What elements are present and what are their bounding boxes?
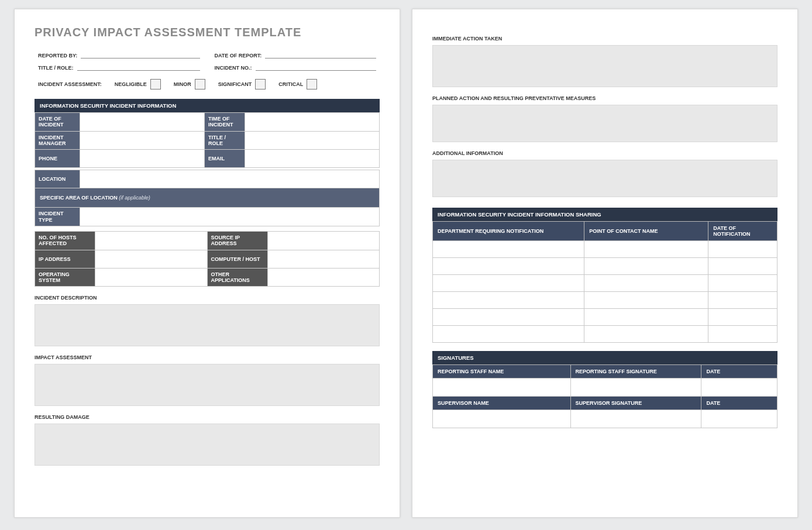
sharing-col1: DEPARTMENT REQUIRING NOTIFICATION xyxy=(433,222,584,241)
os-input[interactable] xyxy=(95,268,208,287)
header-row-2: TITLE / ROLE: INCIDENT NO.: xyxy=(35,62,380,71)
os-label: OPERATING SYSTEM xyxy=(35,268,95,287)
immediate-action-input[interactable] xyxy=(432,45,777,87)
location-table: LOCATION SPECIFIC AREA OF LOCATION (if a… xyxy=(35,170,380,226)
sharing-col2: POINT OF CONTACT NAME xyxy=(584,222,708,241)
significant-option: SIGNIFICANT xyxy=(218,79,266,90)
negligible-label: NEGLIGIBLE xyxy=(115,81,147,87)
table-row xyxy=(433,241,777,258)
incident-type-input[interactable] xyxy=(80,208,380,226)
resulting-damage-label: RESULTING DAMAGE xyxy=(35,414,380,420)
other-apps-input[interactable] xyxy=(267,268,380,287)
critical-label: CRITICAL xyxy=(278,81,303,87)
title-role-input[interactable] xyxy=(77,62,200,71)
minor-option: MINOR xyxy=(174,79,205,90)
reporting-name-header: REPORTING STAFF NAME xyxy=(433,365,571,378)
incident-description-input[interactable] xyxy=(35,304,380,346)
page-2: IMMEDIATE ACTION TAKEN PLANNED ACTION AN… xyxy=(412,9,798,518)
additional-info-label: ADDITIONAL INFORMATION xyxy=(432,150,777,156)
hosts-affected-input[interactable] xyxy=(95,232,208,250)
source-ip-input[interactable] xyxy=(267,232,380,250)
computer-host-label: COMPUTER / HOST xyxy=(207,250,267,268)
email-label: EMAIL xyxy=(205,150,245,168)
negligible-checkbox[interactable] xyxy=(150,79,161,90)
reporting-row xyxy=(433,378,777,397)
table-row xyxy=(433,309,777,326)
incident-no-input[interactable] xyxy=(256,62,377,71)
supervisor-row xyxy=(433,410,777,428)
date-header-1: DATE xyxy=(701,365,777,378)
impact-assessment-label: IMPACT ASSESSMENT xyxy=(35,355,380,360)
ip-address-label: IP ADDRESS xyxy=(35,250,95,268)
table-row xyxy=(433,275,777,292)
date-of-incident-input[interactable] xyxy=(80,113,205,132)
incident-description-label: INCIDENT DESCRIPTION xyxy=(35,295,380,301)
location-label: LOCATION xyxy=(35,170,80,188)
table-row xyxy=(433,326,777,343)
supervisor-sig-header: SUPERVISOR SIGNATURE xyxy=(570,397,701,410)
title-role-label: TITLE / ROLE: xyxy=(38,65,77,71)
signatures-header: SIGNATURES xyxy=(432,351,777,364)
page-title: PRIVACY IMPACT ASSESSMENT TEMPLATE xyxy=(35,26,380,39)
additional-info-input[interactable] xyxy=(432,160,777,197)
date-of-report-label: DATE OF REPORT: xyxy=(215,53,266,58)
significant-label: SIGNIFICANT xyxy=(218,81,252,87)
planned-action-label: PLANNED ACTION AND RESULTING PREVENTATIV… xyxy=(432,95,777,101)
location-input[interactable] xyxy=(80,170,380,188)
supervisor-name-header: SUPERVISOR NAME xyxy=(433,397,571,410)
critical-option: CRITICAL xyxy=(278,79,317,90)
impact-assessment-input[interactable] xyxy=(35,364,380,406)
signatures-table: REPORTING STAFF NAME REPORTING STAFF SIG… xyxy=(432,364,777,428)
source-ip-label: SOURCE IP ADDRESS xyxy=(207,232,267,250)
critical-checkbox[interactable] xyxy=(307,79,317,90)
computer-host-input[interactable] xyxy=(267,250,380,268)
negligible-option: NEGLIGIBLE xyxy=(115,79,161,90)
minor-label: MINOR xyxy=(174,81,191,87)
title-role-cell-input[interactable] xyxy=(245,131,380,150)
tech-table: NO. OF HOSTS AFFECTED SOURCE IP ADDRESS … xyxy=(35,231,380,287)
specific-area-note: (if applicable) xyxy=(119,195,150,201)
significant-checkbox[interactable] xyxy=(255,79,266,90)
sharing-col3: DATE OF NOTIFICATION xyxy=(708,222,777,241)
immediate-action-label: IMMEDIATE ACTION TAKEN xyxy=(432,36,777,42)
phone-input[interactable] xyxy=(80,150,205,168)
table-row xyxy=(433,292,777,309)
reported-by-label: REPORTED BY: xyxy=(38,53,81,58)
incident-manager-input[interactable] xyxy=(80,131,205,150)
time-of-incident-label: TIME OF INCIDENT xyxy=(205,113,245,132)
table-row xyxy=(433,258,777,275)
specific-area-text: SPECIFIC AREA OF LOCATION xyxy=(40,195,118,201)
other-apps-label: OTHER APPLICATIONS xyxy=(207,268,267,287)
assessment-label: INCIDENT ASSESSMENT: xyxy=(38,81,102,87)
email-input[interactable] xyxy=(245,150,380,168)
date-of-report-input[interactable] xyxy=(265,50,376,58)
reported-by-input[interactable] xyxy=(81,50,199,58)
planned-action-input[interactable] xyxy=(432,105,777,142)
phone-label: PHONE xyxy=(35,150,80,168)
resulting-damage-input[interactable] xyxy=(35,424,380,466)
incident-type-label: INCIDENT TYPE xyxy=(35,208,80,226)
time-of-incident-input[interactable] xyxy=(245,113,380,132)
ip-address-input[interactable] xyxy=(95,250,208,268)
sharing-header: INFORMATION SECURITY INCIDENT INFORMATIO… xyxy=(432,208,777,221)
header-row-1: REPORTED BY: DATE OF REPORT: xyxy=(35,50,380,58)
page-1: PRIVACY IMPACT ASSESSMENT TEMPLATE REPOR… xyxy=(14,9,400,518)
minor-checkbox[interactable] xyxy=(195,79,205,90)
date-header-2: DATE xyxy=(701,397,777,410)
sharing-table: DEPARTMENT REQUIRING NOTIFICATION POINT … xyxy=(432,221,777,343)
incident-manager-label: INCIDENT MANAGER xyxy=(35,131,80,150)
incident-no-label: INCIDENT NO.: xyxy=(215,65,256,71)
specific-area-label: SPECIFIC AREA OF LOCATION (if applicable… xyxy=(35,188,380,208)
date-of-incident-label: DATE OF INCIDENT xyxy=(35,113,80,132)
reporting-sig-header: REPORTING STAFF SIGNATURE xyxy=(570,365,701,378)
section-info-header: INFORMATION SECURITY INCIDENT INFORMATIO… xyxy=(35,99,380,112)
info-table: DATE OF INCIDENT TIME OF INCIDENT INCIDE… xyxy=(35,112,380,168)
assessment-row: INCIDENT ASSESSMENT: NEGLIGIBLE MINOR SI… xyxy=(35,79,380,90)
hosts-affected-label: NO. OF HOSTS AFFECTED xyxy=(35,232,95,250)
title-role-cell-label: TITLE / ROLE xyxy=(205,131,245,150)
